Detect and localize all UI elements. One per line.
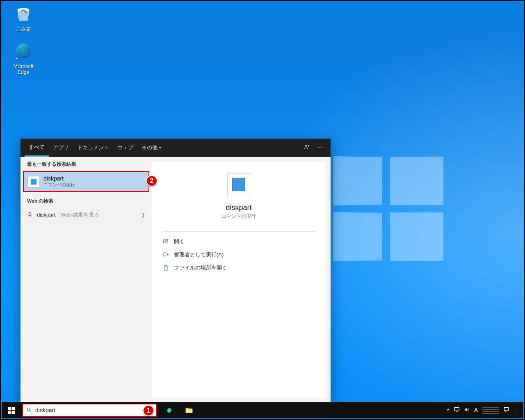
tab-web-label: ウェブ [117,144,133,151]
web-search-header: Web の検索 [21,194,152,207]
taskbar-pinned [161,402,198,418]
detail-pane: diskpart コマンドの実行 開く 管理者として実行(A) ファイルの場所を… [152,162,326,398]
tray-volume-icon[interactable] [464,406,470,414]
edge-icon [165,406,174,415]
annotation-badge-1: 1 [143,405,154,416]
tab-apps[interactable]: アプリ [49,139,73,157]
tray-clock[interactable] [482,406,499,414]
tab-docs-label: ドキュメント [77,144,109,151]
open-icon [162,238,169,245]
detail-subtitle: コマンドの実行 [221,213,256,220]
annotation-badge-2: 2 [146,175,158,187]
detail-title: diskpart [226,203,251,212]
tray-ime-indicator[interactable]: A [474,407,478,413]
more-options-icon[interactable]: ⋯ [313,144,326,151]
taskbar: 1 ^ A [2,402,523,418]
svg-rect-14 [454,408,459,411]
svg-rect-8 [11,407,15,410]
taskbar-search-box[interactable]: 1 [22,404,157,417]
tray-action-center-icon[interactable] [503,406,509,414]
action-open-location[interactable]: ファイルの場所を開く [162,261,316,274]
svg-rect-7 [8,407,11,410]
tab-all[interactable]: すべて [25,139,49,157]
action-open-label: 開く [174,238,185,245]
desktop-icon-recycle-bin[interactable]: ごみ箱 [8,3,39,33]
start-button[interactable] [2,402,21,418]
tab-web[interactable]: ウェブ [113,139,137,157]
action-admin-label: 管理者として実行(A) [174,251,224,258]
desktop-icon-edge[interactable]: Microsoft Edge [8,41,39,75]
tab-documents[interactable]: ドキュメント [73,139,113,157]
separator [162,231,316,232]
tray-overflow-icon[interactable]: ^ [447,407,450,413]
search-body: 最も一致する検索結果 diskpart コマンドの実行 2 Web の検索 di… [21,157,331,403]
best-match-title: diskpart [43,175,75,182]
detail-app-icon [227,173,250,196]
file-location-icon [162,265,169,271]
web-result-term: diskpart [37,212,56,218]
best-match-header: 最も一致する検索結果 [21,157,152,170]
tab-more-label: その他 [142,144,158,151]
web-search-result[interactable]: diskpart - Web 結果を見る ❯ [21,207,152,223]
feedback-icon[interactable] [300,144,313,152]
best-match-subtitle: コマンドの実行 [43,182,75,188]
svg-rect-6 [163,253,167,256]
admin-icon [162,251,169,258]
search-icon [27,212,33,219]
search-icon [26,407,32,414]
svg-rect-10 [11,411,15,414]
taskbar-edge[interactable] [161,402,178,418]
search-results-panel: すべて アプリ ドキュメント ウェブ その他▾ ⋯ 最も一致する検索結果 dis… [21,139,331,403]
edge-label: Microsoft Edge [8,64,39,75]
taskbar-file-explorer[interactable] [180,402,198,418]
show-desktop-button[interactable] [516,402,520,418]
tab-apps-label: アプリ [53,144,69,151]
recycle-bin-label: ごみ箱 [8,26,39,33]
windows-logo-watermark [333,157,444,263]
chevron-down-icon: ▾ [159,146,161,150]
search-tabs: すべて アプリ ドキュメント ウェブ その他▾ ⋯ [21,139,331,157]
tray-network-icon[interactable] [454,406,460,414]
recycle-bin-icon [14,3,33,23]
svg-point-3 [305,145,307,147]
action-open[interactable]: 開く [162,235,316,248]
edge-icon [14,41,33,61]
tab-all-label: すべて [29,144,45,151]
action-run-as-admin[interactable]: 管理者として実行(A) [162,248,316,261]
results-column: 最も一致する検索結果 diskpart コマンドの実行 2 Web の検索 di… [21,157,152,403]
svg-rect-2 [15,56,19,60]
svg-point-11 [27,408,30,411]
svg-rect-9 [8,411,11,414]
tab-more[interactable]: その他▾ [137,139,165,157]
svg-point-4 [28,212,31,215]
search-input[interactable] [34,406,153,414]
action-location-label: ファイルの場所を開く [174,264,227,272]
web-result-suffix: - Web 結果を見る [56,212,100,218]
windows-start-icon [8,407,15,414]
folder-icon [185,406,194,415]
app-icon [28,176,39,187]
best-match-result[interactable]: diskpart コマンドの実行 2 [23,171,149,192]
chevron-right-icon: ❯ [141,212,145,218]
desktop[interactable]: ごみ箱 Microsoft Edge すべて アプリ ドキュメント ウェブ その… [0,0,525,420]
system-tray: ^ A [444,402,523,418]
svg-rect-13 [186,409,193,413]
